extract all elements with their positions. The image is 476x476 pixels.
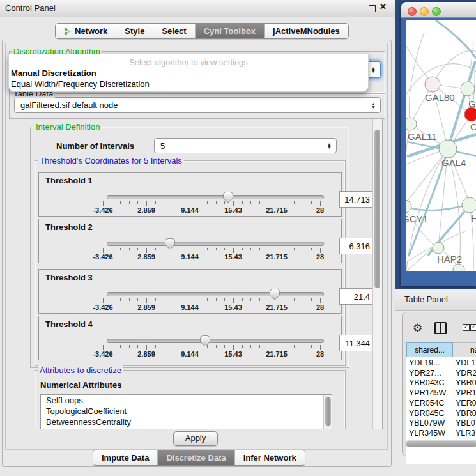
numerical-attributes-list[interactable]: SelfLoopsTopologicalCoefficientBetweenne… bbox=[40, 394, 332, 429]
table-cell[interactable]: YBR0 bbox=[456, 409, 476, 418]
slider-tick bbox=[112, 201, 112, 204]
table-data-combobox[interactable]: galFiltered.sif default node ▲▼ bbox=[14, 97, 381, 113]
scrollbar-thumb[interactable] bbox=[374, 130, 380, 288]
attributes-list-scrollbar[interactable] bbox=[323, 395, 332, 429]
scrollbar-thumb[interactable] bbox=[325, 397, 331, 426]
table-cell[interactable]: YBR045C bbox=[409, 409, 452, 418]
slider-tick bbox=[259, 345, 260, 348]
attribute-list-item[interactable]: SelfLoops bbox=[41, 395, 332, 406]
table-cell[interactable]: YBL0 bbox=[456, 418, 476, 427]
float-window-icon[interactable] bbox=[369, 5, 376, 12]
zoom-light[interactable] bbox=[432, 7, 441, 16]
table-panel-area: Table Panel ⚙ ✓ ✓ shared...nameYDL19...Y… bbox=[395, 289, 476, 476]
thick-edge bbox=[436, 20, 476, 59]
slider-tick bbox=[216, 298, 217, 301]
tab-jactivemnodules[interactable]: jActiveMNodules bbox=[264, 24, 348, 38]
table-cell[interactable]: YDL1 bbox=[456, 358, 476, 367]
gear-icon[interactable]: ⚙ bbox=[413, 321, 422, 335]
slider-tick bbox=[242, 298, 243, 301]
settings-vertical-scrollbar[interactable] bbox=[372, 119, 382, 429]
table-cell[interactable]: YBR043C bbox=[409, 378, 452, 387]
slider-thumb[interactable] bbox=[222, 191, 234, 203]
slider-tick bbox=[181, 298, 181, 301]
network-node[interactable] bbox=[406, 118, 417, 130]
slider-tick bbox=[311, 248, 312, 250]
tab-impute-data[interactable]: Impute Data bbox=[93, 450, 157, 465]
table-cell[interactable]: YLR3 bbox=[456, 429, 476, 438]
checkbox-icon[interactable]: ✓ bbox=[463, 324, 470, 331]
slider-thumb[interactable] bbox=[269, 288, 280, 300]
network-node[interactable] bbox=[453, 264, 464, 271]
network-window-titlebar bbox=[401, 2, 476, 18]
tab-select[interactable]: Select bbox=[153, 24, 194, 38]
threshold-value-field[interactable]: 14.713 bbox=[339, 191, 374, 208]
attribute-list-item[interactable]: TopologicalCoefficient bbox=[41, 406, 332, 417]
network-node[interactable] bbox=[433, 242, 444, 254]
threshold-label: Threshold 1 bbox=[45, 176, 93, 185]
table-cell[interactable]: YPR1 bbox=[456, 388, 476, 397]
network-canvas[interactable]: GAL80GACGAL11GAL4GCY1HHAP2 bbox=[406, 20, 476, 271]
algorithm-option[interactable]: Equal Width/Frequency Discretization bbox=[11, 79, 150, 89]
slider-thumb[interactable] bbox=[164, 238, 176, 250]
scrollbar-thumb[interactable] bbox=[406, 441, 476, 447]
slider-track[interactable] bbox=[107, 339, 324, 343]
slider-track[interactable] bbox=[107, 292, 324, 296]
table-cell[interactable]: YPR145W bbox=[409, 388, 452, 397]
attribute-list-item[interactable]: BetweennessCentrality bbox=[41, 417, 332, 427]
network-node[interactable] bbox=[462, 197, 476, 213]
slider-tick bbox=[286, 201, 286, 204]
table-column-header[interactable]: shared... bbox=[406, 342, 453, 357]
table-cell[interactable]: YER0 bbox=[456, 399, 476, 408]
table-cell[interactable]: YBL079W bbox=[409, 418, 452, 427]
table-cell[interactable]: YDL19... bbox=[409, 358, 452, 367]
slider-tick bbox=[294, 201, 295, 204]
slider-tick bbox=[250, 201, 251, 204]
slider-track[interactable] bbox=[107, 195, 324, 199]
slider-tick bbox=[199, 298, 199, 301]
table-cell[interactable]: YDR2 bbox=[456, 369, 476, 378]
minimize-light[interactable] bbox=[420, 7, 429, 16]
algorithm-option[interactable]: Manual Discretization bbox=[11, 68, 96, 78]
slider-tick bbox=[233, 298, 234, 303]
slider-tick bbox=[250, 345, 251, 348]
network-node[interactable] bbox=[439, 140, 457, 158]
columns-icon[interactable] bbox=[434, 322, 447, 334]
apply-button[interactable]: Apply bbox=[173, 431, 218, 446]
slider-tick bbox=[303, 298, 303, 301]
table-cell[interactable]: YDR27... bbox=[409, 369, 452, 378]
threshold-value-field[interactable]: 6.316 bbox=[339, 238, 374, 254]
tab-network[interactable]: Network bbox=[56, 24, 116, 38]
tab-infer-network[interactable]: Infer Network bbox=[234, 450, 305, 465]
number-of-intervals-label: Number of Intervals bbox=[56, 141, 134, 151]
slider-thumb[interactable] bbox=[199, 335, 211, 347]
slider-tick-label: -3.426 bbox=[93, 206, 112, 214]
table-cell[interactable]: YLR345W bbox=[409, 429, 452, 438]
checkbox-icon[interactable]: ✓ bbox=[470, 324, 476, 331]
slider-tick bbox=[320, 248, 321, 253]
number-of-intervals-combobox[interactable]: 5 ▲▼ bbox=[154, 138, 337, 153]
close-icon[interactable]: ✕ bbox=[380, 2, 387, 12]
slider-track[interactable] bbox=[107, 242, 324, 246]
tab-cyni-toolbox[interactable]: Cyni Toolbox bbox=[195, 24, 264, 38]
threshold-label: Threshold 2 bbox=[45, 222, 93, 232]
tab-discretize-data[interactable]: Discretize Data bbox=[157, 450, 234, 465]
combo-stepper-icon: ▲▼ bbox=[371, 102, 376, 109]
slider-tick bbox=[146, 201, 147, 206]
table-cell[interactable]: YER054C bbox=[409, 399, 452, 408]
bottom-tab-bar: Impute DataDiscretize DataInfer Network bbox=[93, 450, 305, 466]
network-node[interactable] bbox=[406, 200, 411, 213]
network-node[interactable] bbox=[464, 107, 476, 121]
table-horizontal-scrollbar[interactable] bbox=[405, 440, 476, 447]
tab-label: Style bbox=[125, 26, 144, 36]
network-node[interactable] bbox=[425, 77, 440, 92]
tab-style[interactable]: Style bbox=[116, 24, 153, 38]
slider-tick bbox=[199, 248, 199, 250]
close-light[interactable] bbox=[408, 7, 417, 16]
slider-tick bbox=[137, 298, 138, 301]
table-cell[interactable]: YBR0 bbox=[456, 378, 476, 387]
table-column-header[interactable]: name bbox=[453, 342, 476, 357]
threshold-value-field[interactable]: 11.344 bbox=[339, 335, 374, 351]
threshold-value-field[interactable]: 21.4 bbox=[339, 288, 374, 305]
slider-tick-label: 9.144 bbox=[181, 253, 199, 261]
network-node[interactable] bbox=[461, 82, 475, 96]
